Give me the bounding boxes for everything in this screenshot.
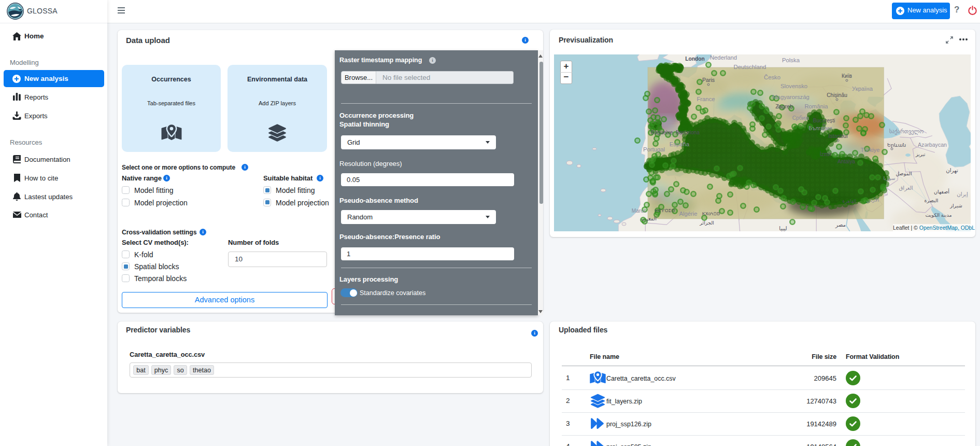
svg-text:България: България xyxy=(808,126,832,131)
svg-text:تبريز: تبريز xyxy=(915,151,926,157)
svg-text:Україна: Україна xyxy=(852,86,873,92)
svg-text:القاهرة: القاهرة xyxy=(843,199,857,204)
svg-text:مدينة الكويت: مدينة الكويت xyxy=(926,212,952,218)
svg-text:Algérie: Algérie xyxy=(679,211,697,217)
svg-text:ΚΧοϟΞΘ: ΚΧοϟΞΘ xyxy=(702,211,720,216)
svg-text:España: España xyxy=(670,141,690,147)
svg-text:إيران: إيران xyxy=(957,191,968,198)
svg-text:الجزائر: الجزائر xyxy=(699,220,714,226)
svg-text:London: London xyxy=(685,56,704,62)
svg-text:شيراز: شيراز xyxy=(949,203,962,208)
svg-text:საქართველო: საქართველო xyxy=(889,129,924,135)
svg-text:Azərbaycan: Azərbaycan xyxy=(918,142,947,148)
svg-text:Київ: Київ xyxy=(842,73,852,79)
svg-text:Nederland: Nederland xyxy=(710,54,737,61)
svg-text:Bagueixe: Bagueixe xyxy=(651,130,673,135)
svg-text:Barcelona: Barcelona xyxy=(676,130,700,135)
svg-text:Polska: Polska xyxy=(782,57,800,63)
svg-text:أصفهان: أصفهان xyxy=(934,188,949,194)
svg-text:Deutschland: Deutschland xyxy=(734,64,766,70)
svg-text:Maroc: Maroc xyxy=(632,208,646,214)
svg-text:București: București xyxy=(813,118,835,123)
svg-text:العراق: العراق xyxy=(899,185,913,191)
svg-text:Česko: Česko xyxy=(764,74,780,80)
svg-text:مصر: مصر xyxy=(835,222,846,228)
svg-text:الموصل: الموصل xyxy=(896,171,912,176)
svg-text:Chișinău: Chișinău xyxy=(827,92,847,98)
svg-text:Երևան: Երևան xyxy=(887,142,906,148)
svg-text:ليبيا: ليبيا xyxy=(779,226,787,231)
svg-text:تهران: تهران xyxy=(946,168,958,174)
svg-text:Antalya: Antalya xyxy=(837,159,855,164)
svg-text:Türkiye: Türkiye xyxy=(860,147,879,153)
svg-text:البصرة: البصرة xyxy=(925,198,939,203)
svg-text:الأردن: الأردن xyxy=(867,197,879,203)
svg-text:Magyarország: Magyarország xyxy=(772,94,809,100)
svg-text:Portugal: Portugal xyxy=(643,146,665,152)
svg-text:Slovensko: Slovensko xyxy=(780,83,807,89)
svg-text:سوريا: سوريا xyxy=(884,175,896,181)
svg-text:İstanbul: İstanbul xyxy=(828,133,847,139)
svg-text:România: România xyxy=(804,103,828,109)
svg-text:Paris: Paris xyxy=(702,77,715,83)
svg-text:المغرب: المغرب xyxy=(641,216,657,221)
svg-text:ΚΕϒΟΣΘ: ΚΕϒΟΣΘ xyxy=(655,208,675,213)
svg-text:Србија: Србија xyxy=(792,115,809,121)
svg-text:İzmir: İzmir xyxy=(820,151,832,157)
svg-text:France: France xyxy=(697,96,715,102)
